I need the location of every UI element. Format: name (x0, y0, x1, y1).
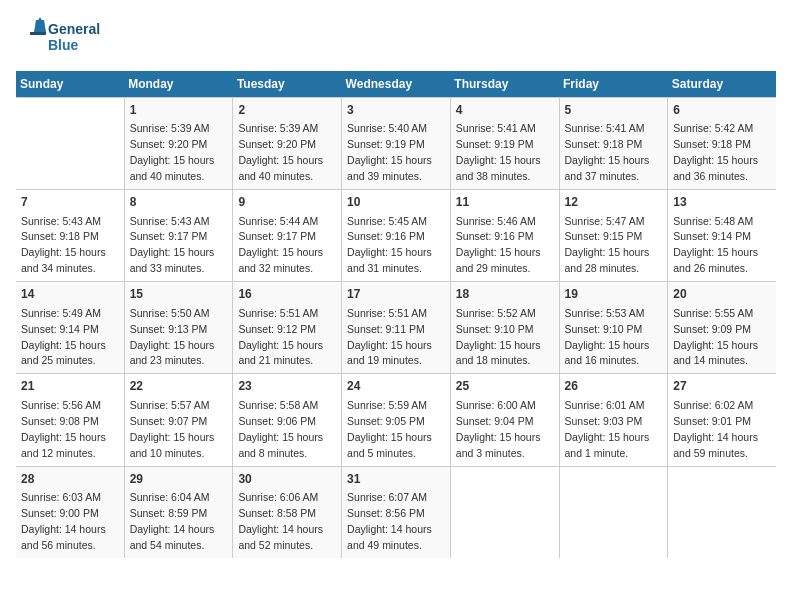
day-cell: 2Sunrise: 5:39 AM Sunset: 9:20 PM Daylig… (233, 98, 342, 190)
day-info: Sunrise: 5:41 AM Sunset: 9:18 PM Dayligh… (565, 122, 650, 182)
day-info: Sunrise: 6:01 AM Sunset: 9:03 PM Dayligh… (565, 399, 650, 459)
day-number: 28 (21, 471, 119, 488)
day-number: 24 (347, 378, 445, 395)
day-number: 11 (456, 194, 554, 211)
day-cell: 22Sunrise: 5:57 AM Sunset: 9:07 PM Dayli… (124, 374, 233, 466)
day-number: 1 (130, 102, 228, 119)
day-cell (559, 466, 668, 558)
day-info: Sunrise: 5:52 AM Sunset: 9:10 PM Dayligh… (456, 307, 541, 367)
day-cell: 7Sunrise: 5:43 AM Sunset: 9:18 PM Daylig… (16, 190, 124, 282)
day-info: Sunrise: 5:55 AM Sunset: 9:09 PM Dayligh… (673, 307, 758, 367)
day-number: 2 (238, 102, 336, 119)
day-cell: 26Sunrise: 6:01 AM Sunset: 9:03 PM Dayli… (559, 374, 668, 466)
week-row-5: 28Sunrise: 6:03 AM Sunset: 9:00 PM Dayli… (16, 466, 776, 558)
day-cell: 25Sunrise: 6:00 AM Sunset: 9:04 PM Dayli… (450, 374, 559, 466)
day-info: Sunrise: 5:59 AM Sunset: 9:05 PM Dayligh… (347, 399, 432, 459)
day-info: Sunrise: 5:46 AM Sunset: 9:16 PM Dayligh… (456, 215, 541, 275)
day-cell: 1Sunrise: 5:39 AM Sunset: 9:20 PM Daylig… (124, 98, 233, 190)
day-cell: 6Sunrise: 5:42 AM Sunset: 9:18 PM Daylig… (668, 98, 776, 190)
day-cell: 12Sunrise: 5:47 AM Sunset: 9:15 PM Dayli… (559, 190, 668, 282)
day-cell: 21Sunrise: 5:56 AM Sunset: 9:08 PM Dayli… (16, 374, 124, 466)
week-row-3: 14Sunrise: 5:49 AM Sunset: 9:14 PM Dayli… (16, 282, 776, 374)
header: General Blue (16, 16, 776, 61)
day-cell: 17Sunrise: 5:51 AM Sunset: 9:11 PM Dayli… (342, 282, 451, 374)
day-info: Sunrise: 5:43 AM Sunset: 9:18 PM Dayligh… (21, 215, 106, 275)
day-cell: 8Sunrise: 5:43 AM Sunset: 9:17 PM Daylig… (124, 190, 233, 282)
day-number: 12 (565, 194, 663, 211)
day-number: 22 (130, 378, 228, 395)
day-cell: 14Sunrise: 5:49 AM Sunset: 9:14 PM Dayli… (16, 282, 124, 374)
header-cell-sunday: Sunday (16, 71, 124, 98)
day-number: 31 (347, 471, 445, 488)
day-info: Sunrise: 5:49 AM Sunset: 9:14 PM Dayligh… (21, 307, 106, 367)
day-number: 30 (238, 471, 336, 488)
day-info: Sunrise: 5:47 AM Sunset: 9:15 PM Dayligh… (565, 215, 650, 275)
day-info: Sunrise: 5:48 AM Sunset: 9:14 PM Dayligh… (673, 215, 758, 275)
day-info: Sunrise: 5:58 AM Sunset: 9:06 PM Dayligh… (238, 399, 323, 459)
svg-rect-4 (30, 32, 46, 35)
day-info: Sunrise: 5:56 AM Sunset: 9:08 PM Dayligh… (21, 399, 106, 459)
logo: General Blue (16, 16, 106, 61)
day-info: Sunrise: 5:53 AM Sunset: 9:10 PM Dayligh… (565, 307, 650, 367)
day-number: 7 (21, 194, 119, 211)
header-cell-thursday: Thursday (450, 71, 559, 98)
day-cell: 9Sunrise: 5:44 AM Sunset: 9:17 PM Daylig… (233, 190, 342, 282)
week-row-4: 21Sunrise: 5:56 AM Sunset: 9:08 PM Dayli… (16, 374, 776, 466)
day-cell: 23Sunrise: 5:58 AM Sunset: 9:06 PM Dayli… (233, 374, 342, 466)
day-info: Sunrise: 5:44 AM Sunset: 9:17 PM Dayligh… (238, 215, 323, 275)
day-info: Sunrise: 6:03 AM Sunset: 9:00 PM Dayligh… (21, 491, 106, 551)
day-info: Sunrise: 5:43 AM Sunset: 9:17 PM Dayligh… (130, 215, 215, 275)
svg-text:General: General (48, 21, 100, 37)
day-cell: 10Sunrise: 5:45 AM Sunset: 9:16 PM Dayli… (342, 190, 451, 282)
day-number: 25 (456, 378, 554, 395)
day-cell: 11Sunrise: 5:46 AM Sunset: 9:16 PM Dayli… (450, 190, 559, 282)
day-number: 6 (673, 102, 771, 119)
logo-svg: General Blue (16, 16, 106, 61)
day-number: 29 (130, 471, 228, 488)
day-number: 17 (347, 286, 445, 303)
day-number: 19 (565, 286, 663, 303)
day-info: Sunrise: 5:45 AM Sunset: 9:16 PM Dayligh… (347, 215, 432, 275)
day-cell: 13Sunrise: 5:48 AM Sunset: 9:14 PM Dayli… (668, 190, 776, 282)
svg-text:Blue: Blue (48, 37, 79, 53)
day-number: 10 (347, 194, 445, 211)
day-info: Sunrise: 5:51 AM Sunset: 9:11 PM Dayligh… (347, 307, 432, 367)
day-number: 5 (565, 102, 663, 119)
header-cell-wednesday: Wednesday (342, 71, 451, 98)
day-number: 27 (673, 378, 771, 395)
day-cell: 28Sunrise: 6:03 AM Sunset: 9:00 PM Dayli… (16, 466, 124, 558)
day-cell: 4Sunrise: 5:41 AM Sunset: 9:19 PM Daylig… (450, 98, 559, 190)
day-info: Sunrise: 5:39 AM Sunset: 9:20 PM Dayligh… (130, 122, 215, 182)
day-info: Sunrise: 6:07 AM Sunset: 8:56 PM Dayligh… (347, 491, 432, 551)
day-number: 9 (238, 194, 336, 211)
day-cell: 20Sunrise: 5:55 AM Sunset: 9:09 PM Dayli… (668, 282, 776, 374)
week-row-1: 1Sunrise: 5:39 AM Sunset: 9:20 PM Daylig… (16, 98, 776, 190)
day-info: Sunrise: 5:41 AM Sunset: 9:19 PM Dayligh… (456, 122, 541, 182)
day-cell (668, 466, 776, 558)
day-info: Sunrise: 5:50 AM Sunset: 9:13 PM Dayligh… (130, 307, 215, 367)
day-cell: 30Sunrise: 6:06 AM Sunset: 8:58 PM Dayli… (233, 466, 342, 558)
day-info: Sunrise: 6:02 AM Sunset: 9:01 PM Dayligh… (673, 399, 758, 459)
header-row: SundayMondayTuesdayWednesdayThursdayFrid… (16, 71, 776, 98)
day-number: 3 (347, 102, 445, 119)
day-info: Sunrise: 5:40 AM Sunset: 9:19 PM Dayligh… (347, 122, 432, 182)
day-cell: 5Sunrise: 5:41 AM Sunset: 9:18 PM Daylig… (559, 98, 668, 190)
day-info: Sunrise: 5:42 AM Sunset: 9:18 PM Dayligh… (673, 122, 758, 182)
day-number: 4 (456, 102, 554, 119)
day-cell (16, 98, 124, 190)
header-cell-tuesday: Tuesday (233, 71, 342, 98)
day-cell: 29Sunrise: 6:04 AM Sunset: 8:59 PM Dayli… (124, 466, 233, 558)
header-cell-friday: Friday (559, 71, 668, 98)
day-cell: 24Sunrise: 5:59 AM Sunset: 9:05 PM Dayli… (342, 374, 451, 466)
calendar-table: SundayMondayTuesdayWednesdayThursdayFrid… (16, 71, 776, 558)
day-number: 21 (21, 378, 119, 395)
header-cell-saturday: Saturday (668, 71, 776, 98)
day-number: 20 (673, 286, 771, 303)
header-cell-monday: Monday (124, 71, 233, 98)
day-cell (450, 466, 559, 558)
day-info: Sunrise: 5:57 AM Sunset: 9:07 PM Dayligh… (130, 399, 215, 459)
day-number: 14 (21, 286, 119, 303)
day-cell: 27Sunrise: 6:02 AM Sunset: 9:01 PM Dayli… (668, 374, 776, 466)
day-cell: 15Sunrise: 5:50 AM Sunset: 9:13 PM Dayli… (124, 282, 233, 374)
day-info: Sunrise: 5:51 AM Sunset: 9:12 PM Dayligh… (238, 307, 323, 367)
